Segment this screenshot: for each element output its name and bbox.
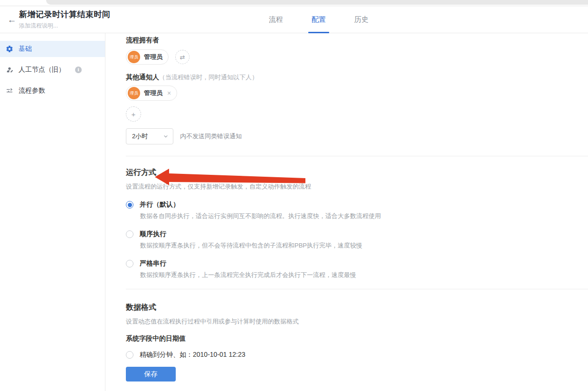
sidebar: 基础 人工节点（旧） i 流程参数 <box>0 33 105 391</box>
sidebar-item-flow-params[interactable]: 流程参数 <box>0 83 105 99</box>
run-mode-title: 运行方式 <box>126 168 588 178</box>
run-mode-desc: 设置流程的运行方式，仅支持新增记录触发，自定义动作触发的流程 <box>126 182 588 191</box>
sliders-icon <box>6 87 13 95</box>
tab-flow[interactable]: 流程 <box>266 6 286 33</box>
change-owner-button[interactable]: ⇄ <box>175 50 190 64</box>
run-mode-option-sequential-head[interactable]: 顺序执行 <box>126 230 588 238</box>
run-mode-option-sequential: 顺序执行 数据按顺序逐条执行，但不会等待流程中包含的子流程和PBP执行完毕，速度… <box>126 230 588 250</box>
date-precision-label: 精确到分钟、如：2010-10-01 12:23 <box>140 351 246 359</box>
sidebar-item-flow-params-label: 流程参数 <box>19 86 45 95</box>
section-divider <box>126 289 588 289</box>
notify-hint: （当流程错误时，同时通知以下人） <box>159 74 258 81</box>
remove-member-icon[interactable]: × <box>167 89 171 97</box>
avatar: 理员 <box>128 51 140 63</box>
notify-row: 理员 管理员 × <box>126 86 588 101</box>
error-notice-row: 2小时 内不发送同类错误通知 <box>126 128 588 144</box>
window-top-shape <box>46 0 588 5</box>
option-desc: 数据按顺序逐条执行，但不会等待流程中包含的子流程和PBP执行完毕，速度较慢 <box>140 241 588 250</box>
data-format-title: 数据格式 <box>126 303 588 313</box>
radio-checked-icon[interactable] <box>126 201 133 209</box>
page-subtitle[interactable]: 添加流程说明... <box>19 22 111 30</box>
person-icon <box>6 66 13 74</box>
sidebar-item-basic-label: 基础 <box>19 45 32 53</box>
back-arrow-icon[interactable]: ← <box>6 14 18 26</box>
owner-member-name: 管理员 <box>144 53 162 61</box>
option-desc: 数据按顺序逐条执行，上一条流程完全执行完成后才会执行下一流程，速度最慢 <box>140 271 588 279</box>
date-field-label: 系统字段中的日期值 <box>126 334 588 343</box>
body-layout: 基础 人工节点（旧） i 流程参数 流程拥有者 理员 管理 <box>0 33 588 391</box>
sidebar-item-manual-node-label: 人工节点（旧） <box>19 66 65 74</box>
owner-row: 理员 管理员 ⇄ <box>126 49 588 65</box>
section-divider <box>126 156 588 156</box>
tab-history-label: 历史 <box>354 15 369 24</box>
option-label: 严格串行 <box>140 259 166 268</box>
error-interval-value: 2小时 <box>132 132 148 141</box>
option-desc: 数据各自同步执行，适合运行实例间互不影响的流程。执行速度快，适合大多数流程使用 <box>140 212 588 220</box>
run-mode-options: 并行（默认） 数据各自同步执行，适合运行实例间互不影响的流程。执行速度快，适合大… <box>126 200 588 279</box>
error-interval-select[interactable]: 2小时 <box>126 128 173 144</box>
tab-config[interactable]: 配置 <box>309 6 329 33</box>
gear-icon <box>6 45 13 53</box>
radio-icon[interactable] <box>126 260 133 267</box>
notify-label-row: 其他通知人（当流程错误时，同时通知以下人） <box>126 73 588 82</box>
save-button[interactable]: 保存 <box>126 367 176 381</box>
tab-flow-label: 流程 <box>269 15 283 24</box>
plus-icon: + <box>132 110 136 118</box>
avatar: 理员 <box>128 87 140 99</box>
radio-icon[interactable] <box>126 230 133 238</box>
sidebar-item-basic[interactable]: 基础 <box>0 41 105 57</box>
window-top-strip <box>0 0 588 6</box>
add-member-button[interactable]: + <box>126 106 141 122</box>
swap-icon: ⇄ <box>180 54 185 61</box>
run-mode-option-strict-serial: 严格串行 数据按顺序逐条执行，上一条流程完全执行完成后才会执行下一流程，速度最慢 <box>126 259 588 279</box>
radio-icon[interactable] <box>126 351 133 359</box>
notify-member-name: 管理员 <box>144 89 162 97</box>
run-mode-option-strict-serial-head[interactable]: 严格串行 <box>126 259 588 268</box>
date-precision-option[interactable]: 精确到分钟、如：2010-10-01 12:23 <box>126 351 588 359</box>
add-notify-row: + <box>126 106 588 122</box>
tab-config-label: 配置 <box>312 15 326 24</box>
page-title: 新增记录时计算结束时间 <box>19 9 111 20</box>
tab-bar: 流程 配置 历史 <box>266 6 371 33</box>
owner-member-pill[interactable]: 理员 管理员 <box>126 49 169 65</box>
run-mode-option-parallel: 并行（默认） 数据各自同步执行，适合运行实例间互不影响的流程。执行速度快，适合大… <box>126 200 588 220</box>
notify-label: 其他通知人 <box>126 73 159 81</box>
info-icon[interactable]: i <box>75 67 82 73</box>
title-block: 新增记录时计算结束时间 添加流程说明... <box>19 9 111 30</box>
run-mode-option-parallel-head[interactable]: 并行（默认） <box>126 200 588 209</box>
header: ← 新增记录时计算结束时间 添加流程说明... 流程 配置 历史 <box>0 6 588 33</box>
data-format-desc: 设置动态值在流程执行过程中引用或参与计算时使用的数据格式 <box>126 317 588 326</box>
error-notice-suffix: 内不发送同类错误通知 <box>180 132 242 141</box>
app-window: ← 新增记录时计算结束时间 添加流程说明... 流程 配置 历史 基础 <box>0 0 588 391</box>
owner-label: 流程拥有者 <box>126 36 588 45</box>
sidebar-item-manual-node[interactable]: 人工节点（旧） i <box>0 62 105 78</box>
settings-panel: 流程拥有者 理员 管理员 ⇄ 其他通知人（当流程错误时，同时通知以下人） 理员 … <box>105 33 588 391</box>
notify-member-pill[interactable]: 理员 管理员 × <box>126 86 177 101</box>
chevron-down-icon <box>163 134 168 139</box>
option-label: 并行（默认） <box>140 200 180 209</box>
option-label: 顺序执行 <box>140 230 166 238</box>
tab-history[interactable]: 历史 <box>351 6 371 33</box>
